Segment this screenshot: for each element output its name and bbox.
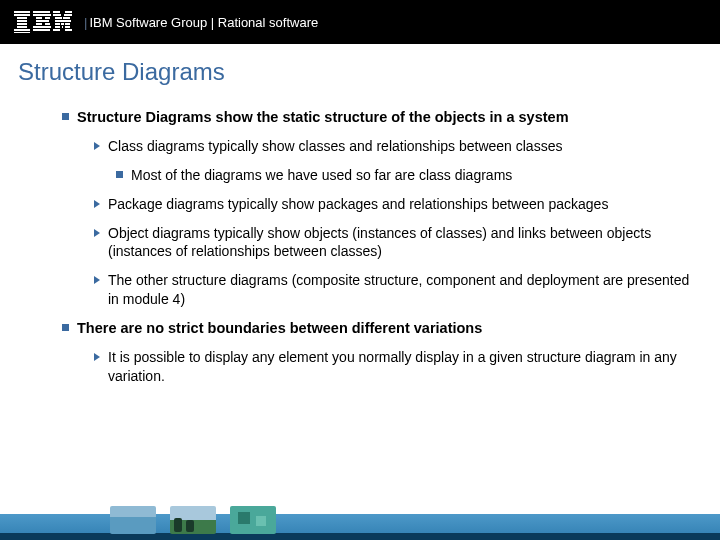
footer (0, 506, 720, 540)
sub-bullet-item: The other structure diagrams (composite … (94, 271, 702, 309)
svg-rect-17 (53, 11, 60, 13)
square-bullet-icon (116, 171, 123, 178)
svg-rect-12 (36, 20, 49, 22)
square-bullet-icon (62, 324, 69, 331)
bullet-list: Structure Diagrams show the static struc… (18, 108, 702, 386)
svg-rect-16 (33, 29, 50, 31)
footer-thumbnails (110, 506, 276, 534)
sub-bullet-item: Object diagrams typically show objects (… (94, 224, 702, 262)
header-divider: | (84, 15, 87, 30)
sub-bullet-item: Class diagrams typically show classes an… (94, 137, 702, 156)
svg-rect-19 (53, 14, 61, 16)
triangle-bullet-icon (94, 353, 100, 361)
slide-title: Structure Diagrams (18, 58, 702, 86)
bullet-text: Structure Diagrams show the static struc… (77, 108, 569, 127)
bullet-item: Structure Diagrams show the static struc… (62, 108, 702, 127)
header-text: IBM Software Group | Rational software (89, 15, 318, 30)
triangle-bullet-icon (94, 276, 100, 284)
svg-rect-26 (65, 23, 70, 25)
svg-rect-14 (45, 23, 50, 25)
sub-bullet-text: It is possible to display any element yo… (108, 348, 702, 386)
sub2-bullet-list: Most of the diagrams we have used so far… (94, 166, 702, 185)
svg-rect-3 (17, 20, 27, 22)
triangle-bullet-icon (94, 142, 100, 150)
svg-rect-25 (61, 23, 64, 25)
svg-rect-10 (36, 17, 42, 19)
sub-bullet-item: Package diagrams typically show packages… (94, 195, 702, 214)
svg-rect-28 (62, 26, 63, 28)
sub-bullet-list: It is possible to display any element yo… (62, 348, 702, 386)
sub-bullet-text: Class diagrams typically show classes an… (108, 137, 562, 156)
svg-rect-22 (63, 17, 70, 19)
triangle-bullet-icon (94, 200, 100, 208)
svg-rect-20 (64, 14, 72, 16)
sub2-bullet-item: Most of the diagrams we have used so far… (116, 166, 702, 185)
sub-bullet-list: Class diagrams typically show classes an… (62, 137, 702, 309)
svg-rect-1 (14, 14, 30, 16)
svg-rect-18 (65, 11, 72, 13)
svg-rect-15 (33, 26, 51, 28)
footer-thumbnail (170, 506, 216, 534)
svg-rect-23 (55, 20, 71, 22)
sub-bullet-item: It is possible to display any element yo… (94, 348, 702, 386)
svg-rect-29 (65, 26, 70, 28)
svg-rect-8 (33, 11, 50, 13)
svg-rect-0 (14, 11, 30, 13)
sub2-bullet-text: Most of the diagrams we have used so far… (131, 166, 512, 185)
triangle-bullet-icon (94, 229, 100, 237)
footer-thumbnail (110, 506, 156, 534)
sub-bullet-text: The other structure diagrams (composite … (108, 271, 702, 309)
svg-rect-21 (55, 17, 62, 19)
slide-content: Structure Diagrams Structure Diagrams sh… (0, 44, 720, 386)
svg-rect-6 (14, 29, 30, 31)
svg-rect-27 (55, 26, 60, 28)
svg-rect-31 (65, 29, 72, 31)
sub-bullet-text: Object diagrams typically show objects (… (108, 224, 702, 262)
svg-rect-4 (17, 23, 27, 25)
svg-rect-30 (53, 29, 60, 31)
svg-rect-11 (45, 17, 50, 19)
svg-rect-9 (33, 14, 51, 16)
svg-rect-5 (17, 26, 27, 28)
header-bar: | IBM Software Group | Rational software (0, 0, 720, 44)
svg-rect-2 (17, 17, 27, 19)
footer-thumbnail (230, 506, 276, 534)
bullet-text: There are no strict boundaries between d… (77, 319, 482, 338)
square-bullet-icon (62, 113, 69, 120)
svg-rect-24 (55, 23, 60, 25)
ibm-logo (14, 11, 72, 33)
svg-rect-13 (36, 23, 42, 25)
footer-dark-band (0, 533, 720, 540)
svg-rect-7 (14, 32, 30, 33)
bullet-item: There are no strict boundaries between d… (62, 319, 702, 338)
sub-bullet-text: Package diagrams typically show packages… (108, 195, 608, 214)
